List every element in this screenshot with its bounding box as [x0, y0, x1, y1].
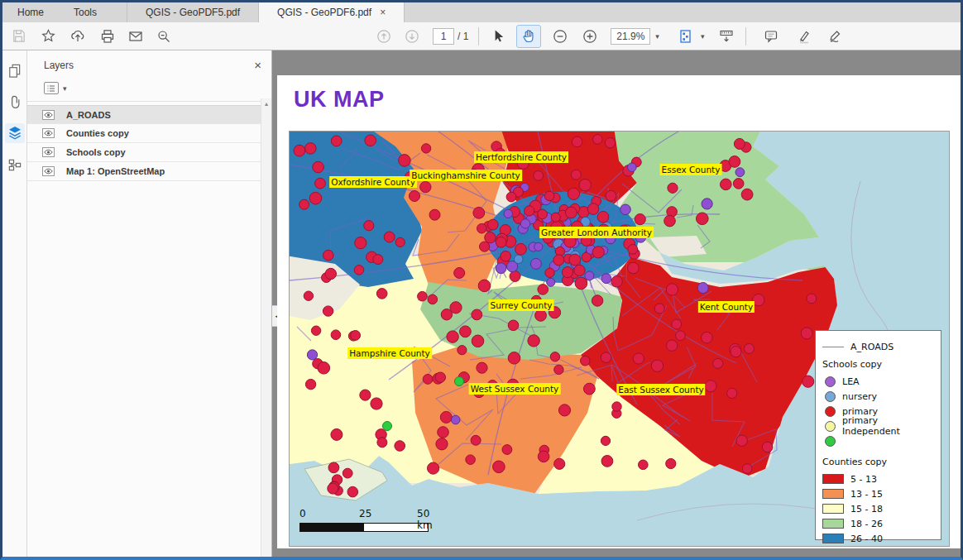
- share-button[interactable]: [65, 25, 90, 48]
- school-dot: [666, 284, 678, 295]
- school-dot: [667, 340, 678, 351]
- layer-row-a-roads[interactable]: A_ROADS: [27, 105, 271, 124]
- fill-sign-button[interactable]: [823, 25, 848, 48]
- scalebar-label-50km: 50 km: [417, 508, 440, 531]
- school-dot: [741, 189, 753, 200]
- model-tree-button[interactable]: [5, 155, 25, 175]
- school-dot: [508, 352, 520, 365]
- save-button[interactable]: [6, 25, 31, 48]
- star-button[interactable]: [36, 25, 60, 48]
- layer-row-counties-copy[interactable]: Counties copy: [27, 124, 271, 143]
- school-dot: [802, 376, 814, 387]
- school-dot: [435, 372, 445, 382]
- select-tool-button[interactable]: [485, 25, 510, 48]
- attachments-button[interactable]: [5, 92, 25, 112]
- tab-document-geopdf5[interactable]: QGIS - GeoPDF5.pdf: [127, 2, 258, 22]
- school-dot: [520, 219, 529, 228]
- a-roads-label: A_ROADS: [850, 342, 894, 352]
- map-label-greater-london-authority: Greater London Authority: [539, 227, 654, 238]
- layer-row-map-1-openstreetmap[interactable]: Map 1: OpenStreetMap: [27, 162, 271, 181]
- school-dot: [672, 319, 682, 329]
- school-dot: [565, 207, 577, 218]
- school-dot: [360, 390, 371, 400]
- eye-icon: [44, 130, 53, 136]
- layer-options-caret[interactable]: ▾: [63, 84, 67, 93]
- layer-visibility-toggle[interactable]: [42, 110, 55, 120]
- school-dot: [371, 398, 382, 409]
- school-class-dot: [825, 376, 836, 387]
- page-thumbnails-button[interactable]: [5, 60, 25, 80]
- school-dot: [376, 289, 387, 299]
- page-fit-icon: [677, 28, 693, 45]
- layer-options-button[interactable]: [44, 82, 59, 94]
- school-dot: [651, 360, 663, 371]
- school-dot: [534, 171, 544, 181]
- school-dot: [620, 204, 631, 215]
- tab-close-icon[interactable]: ×: [380, 7, 386, 18]
- layers-panel-close-icon[interactable]: ×: [254, 58, 261, 72]
- plus-circle-icon: [582, 28, 598, 45]
- hand-tool-button[interactable]: [516, 25, 541, 48]
- school-dot: [421, 144, 430, 153]
- school-dot: [733, 179, 744, 189]
- school-dot: [460, 326, 472, 337]
- page-fit-button[interactable]: [673, 25, 697, 48]
- school-dot: [581, 356, 591, 366]
- highlight-button[interactable]: [792, 25, 817, 48]
- school-dot: [318, 362, 330, 375]
- school-dot: [471, 435, 481, 445]
- layer-visibility-toggle[interactable]: [42, 166, 55, 176]
- tab-tools[interactable]: Tools: [59, 2, 112, 22]
- county-class-label: 15 - 18: [850, 504, 883, 515]
- layers-panel-button[interactable]: [5, 123, 25, 143]
- school-dot: [628, 163, 637, 172]
- school-dot: [593, 135, 603, 145]
- tab-home[interactable]: Home: [2, 2, 59, 22]
- layer-row-schools-copy[interactable]: Schools copy: [27, 143, 271, 162]
- print-button[interactable]: [95, 25, 120, 48]
- county-class-swatch: [822, 489, 844, 499]
- school-dot: [447, 331, 458, 342]
- page-number-input[interactable]: 1: [433, 28, 454, 45]
- zoom-in-button[interactable]: [577, 25, 602, 48]
- next-page-button[interactable]: [400, 25, 424, 48]
- school-dot: [697, 213, 709, 225]
- school-dot: [477, 362, 487, 373]
- search-button[interactable]: [151, 25, 176, 48]
- school-dot: [364, 221, 374, 231]
- school-dot: [478, 280, 491, 292]
- zoom-dropdown-caret[interactable]: ▾: [655, 32, 659, 41]
- email-button[interactable]: [123, 25, 148, 48]
- layer-label: Counties copy: [66, 128, 129, 138]
- school-dot: [502, 445, 512, 455]
- layer-visibility-toggle[interactable]: [42, 147, 55, 157]
- school-dot: [508, 320, 519, 331]
- school-dot: [441, 309, 452, 320]
- map-label-surrey-county: Surrey County: [489, 299, 554, 311]
- previous-page-button[interactable]: [371, 25, 396, 48]
- school-dot: [418, 291, 428, 301]
- map-canvas[interactable]: A_ROADS Schools copy LEAnurseryprimarypr…: [289, 131, 950, 547]
- document-area[interactable]: ◄ UK MAP: [272, 50, 961, 557]
- school-dot: [807, 294, 817, 304]
- toolbars-toggle-button[interactable]: [714, 25, 739, 48]
- toolbar-divider: [745, 27, 746, 45]
- layer-visibility-toggle[interactable]: [42, 128, 55, 138]
- school-dot: [466, 455, 476, 465]
- school-dot: [668, 183, 678, 193]
- legend-county-row: 5 - 13: [822, 471, 934, 486]
- school-dot: [731, 347, 741, 357]
- map-label-hertfordshire-county: Hertfordshire County: [474, 151, 568, 163]
- eye-icon: [44, 168, 53, 175]
- zoom-out-button[interactable]: [548, 25, 573, 48]
- comment-button[interactable]: [759, 25, 783, 48]
- tab-document-geopdf6[interactable]: QGIS - GeoPDF6.pdf ×: [258, 2, 405, 22]
- school-dot: [727, 388, 737, 398]
- zoom-level-input[interactable]: 21.9%: [611, 28, 650, 45]
- school-dot: [735, 168, 745, 177]
- page-fit-caret[interactable]: ▾: [701, 32, 705, 41]
- layers-scrollbar[interactable]: ▴: [261, 98, 271, 557]
- school-dot: [558, 404, 570, 416]
- layer-label: Map 1: OpenStreetMap: [66, 166, 165, 176]
- school-dot: [585, 271, 594, 280]
